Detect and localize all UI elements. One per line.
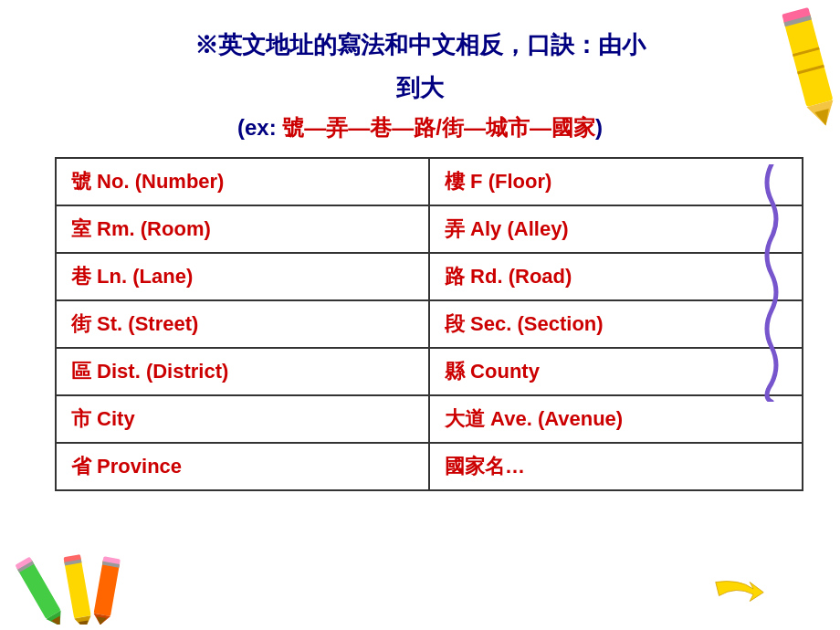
table-row-5: 市 City大道 Ave. (Avenue) [56, 395, 803, 443]
svg-rect-0 [783, 12, 834, 107]
header-line2: 到大 [37, 70, 803, 106]
cell-right-6: 國家名… [429, 443, 803, 490]
cell-right-5: 大道 Ave. (Avenue) [429, 395, 803, 443]
table-row-1: 室 Rm. (Room)弄 Aly (Alley) [56, 205, 803, 253]
cell-left-3: 街 St. (Street) [56, 300, 429, 348]
cell-right-3: 段 Sec. (Section) [429, 300, 803, 348]
cell-right-1: 弄 Aly (Alley) [429, 205, 803, 253]
cell-left-2: 巷 Ln. (Lane) [56, 253, 429, 300]
address-table: 號 No. (Number)樓 F (Floor)室 Rm. (Room)弄 A… [55, 157, 803, 491]
header-line1: ※英文地址的寫法和中文相反，口訣：由小 [37, 27, 803, 63]
cell-left-6: 省 Province [56, 443, 429, 490]
cell-left-1: 室 Rm. (Room) [56, 205, 429, 253]
cell-left-5: 市 City [56, 395, 429, 443]
table-row-0: 號 No. (Number)樓 F (Floor) [56, 158, 803, 205]
cell-left-4: 區 Dist. (District) [56, 348, 429, 395]
wavy-line-decoration [758, 164, 785, 402]
cell-right-2: 路 Rd. (Road) [429, 253, 803, 300]
slide: ※英文地址的寫法和中文相反，口訣：由小 到大 (ex: 號—弄—巷—路/街—城市… [0, 0, 840, 630]
cell-right-4: 縣 County [429, 348, 803, 395]
header-line3: (ex: 號—弄—巷—路/街—城市—國家) [37, 113, 803, 142]
cell-right-0: 樓 F (Floor) [429, 158, 803, 205]
cell-left-0: 號 No. (Number) [56, 158, 429, 205]
pencil-top-right-decoration [781, 5, 835, 114]
table-row-6: 省 Province國家名… [56, 443, 803, 490]
table-row-3: 街 St. (Street)段 Sec. (Section) [56, 300, 803, 348]
arrow-bottom-right-decoration [712, 575, 767, 612]
svg-rect-12 [64, 557, 91, 619]
svg-rect-17 [94, 559, 121, 616]
table-row-2: 巷 Ln. (Lane)路 Rd. (Road) [56, 253, 803, 300]
pencils-bottom-left-decoration [9, 548, 137, 621]
table-row-4: 區 Dist. (District)縣 County [56, 348, 803, 395]
